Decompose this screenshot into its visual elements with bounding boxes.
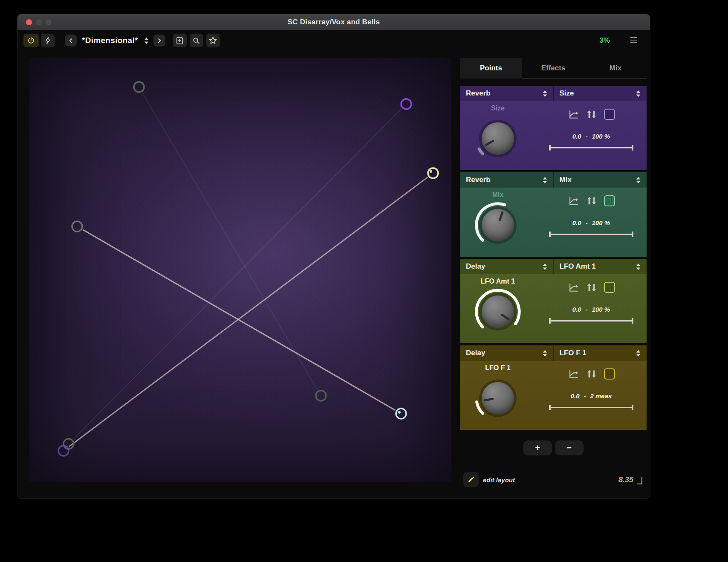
target-label: Delay [466, 262, 485, 271]
toolbar: *Dimensional* 3% [23, 34, 644, 47]
save-preset-button[interactable] [173, 34, 187, 47]
param-knob[interactable] [473, 200, 523, 250]
param-dropdown[interactable]: LFO F 1 [553, 345, 647, 361]
pad-node[interactable] [316, 391, 326, 401]
param-knob[interactable] [473, 374, 523, 423]
range-slider[interactable] [549, 318, 633, 324]
range-readout: 0.0-2 meas [571, 392, 612, 400]
param-label: Mix [560, 176, 572, 184]
target-dropdown[interactable]: Delay [460, 259, 553, 274]
point-actions: + − [460, 440, 647, 455]
ramp-arrow-icon [568, 196, 579, 206]
direction-arrows-button[interactable] [586, 282, 598, 293]
lightning-icon [43, 36, 52, 45]
up-down-arrows-icon [586, 369, 598, 379]
hamburger-icon [630, 37, 638, 43]
remove-point-button[interactable]: − [555, 440, 584, 455]
plugin-window: SC Disarray/Vox and Bells *Dimensional* [17, 14, 650, 499]
xy-morph-pad[interactable] [29, 58, 451, 482]
ramp-arrow-icon [568, 282, 579, 293]
target-dropdown[interactable]: Reverb [460, 172, 553, 188]
pad-node[interactable] [401, 99, 411, 109]
add-point-button[interactable]: + [523, 440, 552, 455]
chevron-left-icon [67, 37, 75, 44]
favorite-button[interactable] [206, 34, 220, 47]
target-dropdown[interactable]: Reverb [460, 86, 553, 101]
param-dropdown[interactable]: Size [553, 86, 647, 101]
power-button[interactable] [23, 34, 39, 47]
next-preset-button[interactable] [153, 35, 165, 46]
direction-arrows-button[interactable] [586, 196, 598, 206]
edit-layout-label: edit layout [483, 472, 515, 487]
param-knob[interactable] [473, 287, 523, 336]
preset-stepper-icon[interactable] [143, 37, 150, 45]
pad-node-dot [430, 170, 432, 173]
module-card-reverb-mix: Reverb Mix Mix [460, 172, 647, 257]
enable-toggle[interactable] [604, 109, 615, 120]
param-knob[interactable] [473, 114, 523, 163]
knob-pointer [469, 370, 526, 427]
sort-arrows-icon [635, 349, 641, 357]
pad-node[interactable] [428, 168, 438, 178]
enable-toggle[interactable] [604, 282, 615, 293]
target-dropdown[interactable]: Delay [460, 345, 553, 361]
star-icon [208, 36, 218, 46]
curve-mode-button[interactable] [568, 196, 579, 206]
pad-connection-line [69, 177, 428, 447]
sort-arrows-icon [542, 90, 548, 98]
range-slider[interactable] [549, 145, 633, 151]
pad-connection-line [142, 93, 318, 390]
pad-node[interactable] [396, 408, 406, 419]
tab-effects[interactable]: Effects [522, 58, 584, 78]
minimize-button[interactable] [36, 19, 42, 25]
panel-tabs: Points Effects Mix [460, 58, 647, 78]
enable-toggle[interactable] [604, 195, 615, 206]
edit-layout-button[interactable] [463, 472, 479, 487]
tab-points[interactable]: Points [460, 58, 522, 78]
pad-node[interactable] [134, 82, 144, 92]
preset-name[interactable]: *Dimensional* [81, 36, 139, 45]
xy-pad-canvas [29, 58, 451, 482]
param-dropdown[interactable]: Mix [553, 172, 647, 188]
curve-mode-button[interactable] [568, 282, 579, 293]
page-plus-icon [175, 36, 184, 45]
sort-arrows-icon [635, 176, 641, 184]
sort-arrows-icon [542, 176, 548, 184]
curve-mode-button[interactable] [568, 109, 579, 120]
range-slider[interactable] [549, 232, 633, 237]
target-label: Reverb [466, 176, 491, 184]
counter-readout: 8.35 [618, 475, 633, 484]
param-dropdown[interactable]: LFO Amt 1 [553, 259, 647, 274]
range-slider[interactable] [549, 405, 633, 410]
preset-tools [173, 34, 220, 47]
param-label: Size [560, 89, 574, 98]
curve-mode-button[interactable] [568, 369, 579, 379]
pad-node[interactable] [58, 446, 69, 456]
pad-node[interactable] [72, 221, 82, 232]
traffic-lights [26, 14, 52, 30]
right-panel: Points Effects Mix Reverb Size [460, 58, 647, 455]
target-label: Reverb [466, 89, 491, 98]
cursor-glyph [637, 477, 642, 484]
direction-arrows-button[interactable] [586, 369, 598, 379]
menu-button[interactable] [630, 37, 638, 45]
ramp-arrow-icon [568, 369, 579, 379]
enable-toggle[interactable] [604, 368, 615, 379]
titlebar[interactable]: SC Disarray/Vox and Bells [17, 14, 650, 30]
module-card-reverb-size: Reverb Size Size [460, 86, 647, 170]
browse-presets-button[interactable] [190, 34, 203, 47]
bypass-button[interactable] [41, 34, 55, 47]
prev-preset-button[interactable] [65, 35, 77, 46]
sort-arrows-icon [542, 349, 548, 357]
module-card-delay-lfo-freq: Delay LFO F 1 LFO F 1 [460, 345, 647, 430]
zoom-button[interactable] [46, 19, 52, 25]
close-button[interactable] [26, 19, 32, 25]
direction-arrows-button[interactable] [586, 109, 598, 119]
param-label: LFO F 1 [560, 349, 586, 357]
range-readout: 0.0-100 % [572, 219, 610, 226]
preset-selector: *Dimensional* [65, 35, 165, 46]
target-label: Delay [466, 349, 485, 357]
tab-mix[interactable]: Mix [584, 58, 647, 78]
sort-arrows-icon [542, 263, 548, 271]
pad-connection-line [73, 109, 401, 439]
